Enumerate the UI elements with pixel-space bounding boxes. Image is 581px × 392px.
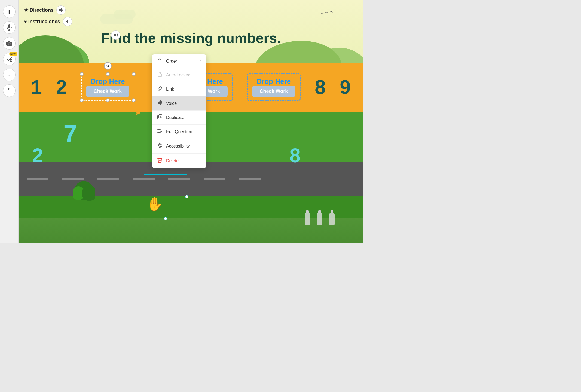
drop-zone-1-container: ↺ Drop Here Check Work: [81, 74, 134, 101]
english-directions-text: ★ Directions: [24, 7, 54, 13]
directions-area: ★ Directions ♥ Instrucciones: [24, 5, 72, 28]
spanish-directions-row: ♥ Instrucciones: [24, 17, 72, 26]
duplicate-icon: [157, 114, 163, 121]
english-audio-button[interactable]: [56, 5, 66, 15]
auto-locked-label: Auto-Locked: [166, 73, 191, 78]
drop-here-label-1: Drop Here: [86, 77, 130, 86]
quote-icon: ": [8, 87, 10, 95]
road-dash-3: [97, 178, 119, 180]
drop-zone-1[interactable]: Drop Here Check Work: [81, 74, 134, 101]
svg-text:+: +: [10, 59, 12, 62]
selection-handle-bottom[interactable]: [164, 217, 167, 220]
microphone-icon: [7, 24, 12, 31]
lock-icon: [157, 72, 163, 78]
text-tool-label: T: [7, 8, 11, 15]
voice-icon: [157, 100, 163, 107]
road-dash-7: [239, 178, 261, 180]
road-dash-1: [27, 178, 48, 180]
new-badge: New!: [9, 52, 17, 56]
number-9: 9: [340, 76, 351, 98]
order-arrow: ›: [200, 59, 201, 64]
svg-marker-10: [66, 20, 68, 23]
voice-label: Voice: [166, 101, 177, 106]
svg-marker-9: [59, 8, 62, 12]
menu-item-order[interactable]: Order ›: [152, 54, 206, 68]
large-number-7: 7: [63, 120, 77, 148]
menu-item-edit-question[interactable]: Edit Question: [152, 125, 206, 139]
resize-handle-br[interactable]: [132, 98, 136, 102]
svg-rect-25: [331, 210, 333, 213]
selection-handle-right[interactable]: [185, 195, 188, 198]
check-work-button-1[interactable]: Check Work: [86, 86, 130, 97]
more-dots-icon: ···: [6, 71, 12, 79]
drop-zone-3[interactable]: Drop Here Check Work: [247, 73, 301, 101]
check-mark-icon: +: [6, 57, 12, 62]
accessibility-label: Accessibility: [166, 144, 190, 149]
bottles-area: [303, 209, 336, 228]
bottle-3: [328, 209, 336, 228]
road-dash-6: [204, 178, 225, 180]
bottle-2: [316, 209, 324, 228]
english-directions-row: ★ Directions: [24, 5, 72, 15]
bottle-1: [303, 209, 311, 228]
delete-label: Delete: [166, 158, 179, 163]
spanish-audio-button[interactable]: [63, 17, 72, 26]
svg-point-5: [8, 43, 10, 45]
hand-pointer: ✋: [146, 196, 163, 212]
number-2: 2: [56, 76, 67, 98]
speaker-icon-2: [65, 19, 70, 24]
microphone-tool-button[interactable]: [3, 21, 16, 34]
camera-icon: [6, 41, 13, 46]
camera-tool-button[interactable]: [3, 37, 16, 50]
check-work-button-3[interactable]: Check Work: [252, 86, 296, 97]
text-tool-button[interactable]: T: [3, 5, 16, 18]
menu-item-voice[interactable]: Voice: [152, 96, 206, 111]
order-label: Order: [166, 59, 177, 64]
birds-decoration: [320, 11, 336, 19]
edit-question-icon: [157, 128, 163, 135]
delete-icon: [157, 157, 163, 164]
speaker-icon: [59, 8, 63, 12]
link-icon: [157, 86, 163, 93]
svg-marker-11: [114, 33, 116, 37]
svg-rect-22: [305, 213, 310, 225]
menu-item-accessibility[interactable]: Accessibility: [152, 139, 206, 154]
menu-item-duplicate[interactable]: Duplicate: [152, 111, 206, 125]
duplicate-label: Duplicate: [166, 115, 184, 120]
svg-rect-6: [8, 41, 10, 42]
canvas-area: ★ Directions ♥ Instrucciones: [19, 0, 363, 243]
svg-rect-21: [306, 210, 309, 213]
order-icon: [157, 58, 163, 64]
resize-handle-tc[interactable]: [106, 72, 110, 76]
menu-item-auto-locked: Auto-Locked: [152, 68, 206, 82]
menu-item-link[interactable]: Link: [152, 82, 206, 96]
resize-handle-tl[interactable]: [80, 72, 84, 76]
accessibility-icon: [157, 142, 163, 150]
svg-rect-26: [329, 213, 335, 225]
check-tool-button[interactable]: New! +: [3, 53, 16, 65]
resize-handle-bc[interactable]: [106, 98, 110, 102]
page-title: Find the missing numbers.: [19, 30, 363, 46]
link-label: Link: [166, 87, 174, 92]
more-options-button[interactable]: ···: [3, 69, 16, 81]
resize-handle-bl[interactable]: [80, 98, 84, 102]
rotate-handle[interactable]: ↺: [104, 62, 112, 70]
title-audio-button[interactable]: [111, 30, 120, 40]
svg-point-36: [159, 143, 161, 144]
quote-tool-button[interactable]: ": [3, 84, 16, 97]
menu-item-delete[interactable]: Delete: [152, 154, 206, 168]
spanish-directions-text: ♥ Instrucciones: [24, 19, 60, 24]
number-1: 1: [31, 76, 42, 98]
road-number-2: 2: [32, 144, 43, 167]
context-menu: Order › Auto-Locked Link: [152, 54, 206, 168]
road-number-8: 8: [290, 144, 301, 167]
road-markings: [19, 178, 363, 180]
cloud-2: [114, 10, 136, 19]
edit-question-label: Edit Question: [166, 129, 192, 134]
drop-here-label-3: Drop Here: [252, 77, 296, 86]
resize-handle-tr[interactable]: [132, 72, 136, 76]
bush-left: [73, 177, 95, 204]
svg-marker-28: [158, 100, 161, 105]
svg-rect-27: [158, 74, 161, 77]
title-speaker-icon: [114, 33, 118, 37]
